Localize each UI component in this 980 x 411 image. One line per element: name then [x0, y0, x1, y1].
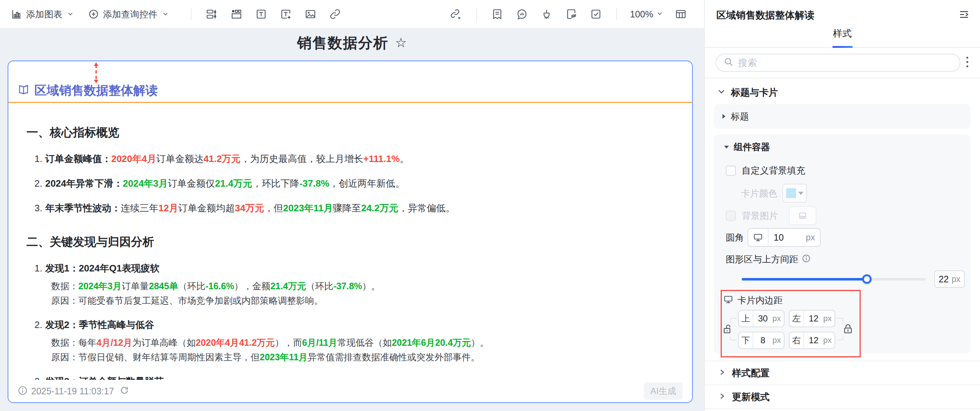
card-padding-label: 卡片内边距 [737, 294, 783, 306]
zoom-select[interactable]: 100% [630, 9, 663, 19]
doc-section-heading: 一、核心指标概览 [27, 125, 681, 141]
add-query-label: 添加查询控件 [103, 8, 158, 20]
green-highlight-text: 2024年3月 [123, 178, 168, 189]
green-highlight-text: 6月/11月 [302, 337, 337, 348]
plain-text: ，环比下降 [252, 178, 299, 189]
dashboard-canvas: 销售数据分析 ☆ 区域销售数据整体解读 一、核心指标 [0, 29, 704, 411]
plain-text: （环比 [306, 281, 333, 291]
subsection-container-header[interactable]: 组件容器 [724, 141, 965, 153]
tab-style[interactable]: 样式 [833, 27, 852, 47]
insight-card[interactable]: 区域销售数据整体解读 一、核心指标概览1.订单金额峰值：2020年4月订单金额达… [8, 60, 693, 403]
list-number: 1. [35, 153, 43, 164]
chart-gap-row: 图形区与上方间距 [724, 253, 965, 265]
ai-text-icon[interactable] [277, 5, 294, 23]
padding-left-input[interactable]: 左 12 px [789, 310, 835, 327]
toolbar-right-group: 100% [444, 5, 693, 23]
note-icon[interactable] [488, 5, 506, 23]
padding-right-input[interactable]: 右 12 px [789, 332, 835, 349]
chart-gap-unit: px [952, 275, 961, 284]
refresh-icon[interactable] [120, 386, 129, 397]
green-highlight-text: 2024年3月 [78, 281, 122, 291]
favorite-star-icon[interactable]: ☆ [395, 36, 407, 49]
green-highlight-text: 2023年11月 [283, 203, 333, 213]
update-mode-section[interactable]: 更新模式 [705, 385, 980, 408]
doc-list-item: 2.发现2：季节性高峰与低谷 [27, 318, 681, 331]
plain-text: 订单金额均超 [178, 203, 235, 213]
unlock-icon[interactable] [721, 323, 734, 337]
subsection-container-label: 组件容器 [734, 141, 770, 153]
corner-radius-input[interactable]: 10 px [748, 228, 821, 247]
custom-background-checkbox[interactable] [726, 166, 736, 176]
doc-data-line: 数据：每年4月/12月为订单高峰（如2020年4月41.2万元），而6月/11月… [27, 336, 681, 349]
section-title-and-card[interactable]: 标题与卡片 [705, 78, 980, 104]
text-box-icon[interactable] [253, 5, 270, 23]
hide-component-icon[interactable] [563, 5, 580, 23]
padding-top-input[interactable]: 上 30 px [738, 310, 784, 327]
control-widget-icon[interactable] [203, 5, 221, 23]
chart-gap-value: 22 [939, 274, 949, 284]
padding-top-unit: px [773, 314, 784, 323]
add-query-control-button[interactable]: 添加查询控件 [88, 8, 169, 20]
plain-text: 订单金额仅 [168, 178, 215, 189]
lock-icon[interactable] [842, 323, 854, 337]
link-icon[interactable] [326, 5, 344, 23]
tab-layout-icon[interactable] [228, 5, 245, 23]
green-highlight-text: 24.2万元 [361, 203, 399, 213]
padding-top-value: 30 [753, 314, 773, 324]
collapse-panel-icon[interactable] [958, 9, 970, 22]
monitor-icon [724, 295, 733, 306]
panel-tab-bar: 样式 [705, 22, 980, 48]
comment-chart-icon[interactable] [513, 5, 531, 23]
green-highlight-text: -37.8% [299, 178, 329, 189]
padding-top-label: 上 [739, 311, 753, 327]
list-number: 2. [35, 319, 43, 330]
subsection-title-label: 标题 [731, 111, 749, 122]
style-config-section[interactable]: 样式配置 [705, 361, 980, 384]
padding-bottom-input[interactable]: 下 8 px [738, 332, 784, 349]
card-color-picker[interactable] [782, 184, 807, 203]
image-icon[interactable] [302, 5, 319, 23]
generated-timestamp: 2025-11-19 11:03:17 [31, 386, 114, 397]
link-dropdown-icon[interactable] [447, 5, 465, 23]
subsection-container: 组件容器 自定义背景填充 卡片颜色 背景图片 [714, 135, 970, 353]
card-padding-zone: 卡片内边距 [724, 294, 965, 349]
slider-handle[interactable] [862, 275, 872, 284]
checkbox-icon[interactable] [587, 5, 605, 23]
card-padding-grid: 上 30 px 左 12 px 下 8 px 右 [738, 310, 835, 349]
chevron-right-icon [718, 392, 726, 403]
subsection-title[interactable]: 标题 [714, 104, 970, 129]
padding-left-value: 12 [804, 314, 823, 324]
brush-icon[interactable] [538, 5, 555, 23]
corner-radius-label: 圆角 [726, 232, 744, 244]
slider-track[interactable] [742, 278, 926, 281]
update-mode-label: 更新模式 [732, 391, 770, 403]
list-number: 1. [35, 263, 43, 274]
plain-text: 数据：每年 [51, 337, 97, 348]
style-config-label: 样式配置 [732, 367, 770, 379]
list-item-title: 2024年异常下滑： [45, 178, 123, 189]
list-number: 2. [35, 178, 43, 189]
red-highlight-text: 4月/12月 [97, 337, 132, 348]
chart-gap-value-input[interactable]: 22 px [934, 270, 965, 288]
doc-list-item: 1.订单金额峰值：2020年4月订单金额达41.2万元，为历史最高值，较上月增长… [27, 152, 681, 165]
grid-view-icon[interactable] [672, 5, 689, 23]
add-chart-button[interactable]: 添加图表 [11, 8, 74, 20]
red-highlight-text: 2020年4月41.2万元 [196, 337, 275, 348]
more-options-icon[interactable] [961, 54, 974, 72]
background-image-checkbox[interactable] [726, 211, 736, 221]
doc-list-item: 3.年末季节性波动：连续三年12月订单金额均超34万元，但2023年11月骤降至… [27, 202, 681, 214]
search-input[interactable]: 搜索 [716, 54, 961, 72]
plain-text: 常现低谷（如 [337, 337, 392, 348]
info-circle-icon [802, 254, 811, 265]
card-padding-label-row: 卡片内边距 [724, 294, 965, 306]
green-highlight-text: 2021年6月20.4万元 [392, 337, 471, 348]
plain-text: 数据： [51, 281, 78, 291]
background-image-upload-button[interactable] [789, 206, 816, 225]
padding-left-label: 左 [789, 311, 804, 327]
plain-text: ，创近两年新低。 [329, 178, 405, 189]
list-item-title: 发现1：2024年Q1表现疲软 [45, 263, 159, 274]
add-chart-label: 添加图表 [26, 8, 62, 20]
padding-bottom-value: 8 [753, 335, 773, 345]
doc-reason-line: 原因：可能受春节后复工延迟、市场竞争加剧或内部策略调整影响。 [27, 294, 681, 306]
card-color-label: 卡片颜色 [741, 187, 777, 199]
